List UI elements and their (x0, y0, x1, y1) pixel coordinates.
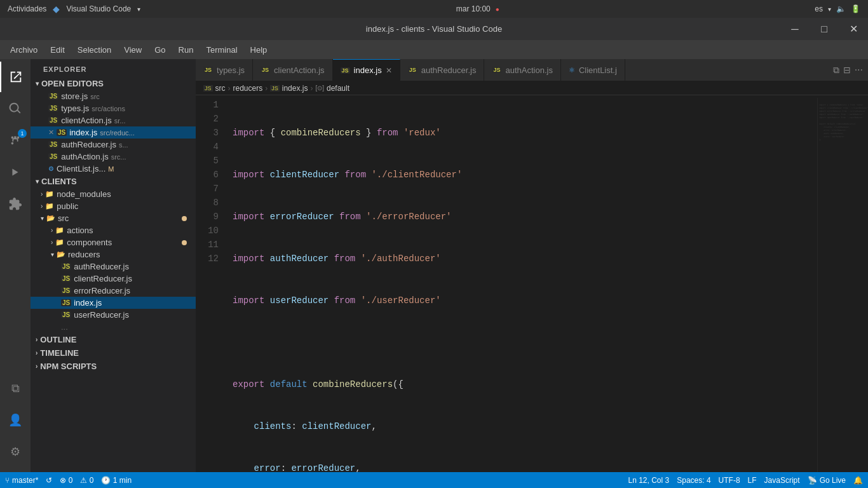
live-share-status[interactable]: 📡 Go Live (808, 476, 846, 485)
code-lines[interactable]: import { combineReducers } from 'redux' … (226, 98, 817, 472)
open-editor-authaction[interactable]: JS authAction.js src... (31, 151, 196, 163)
sync-icon: ↺ (46, 476, 52, 485)
actions-folder[interactable]: › 📁 actions (31, 224, 196, 236)
close-file-icon[interactable]: ✕ (48, 128, 54, 137)
folder-chevron: ▾ (41, 215, 44, 222)
line-num-11: 11 (196, 238, 219, 252)
folder-name: node_modules (57, 189, 111, 199)
code-line-2: import clientReducer from './clientReduc… (233, 168, 817, 182)
outline-section[interactable]: › OUTLINE (31, 333, 196, 346)
file-name: authReducer.js (74, 262, 129, 271)
settings-activity-icon[interactable]: ⚙ (0, 437, 31, 467)
clients-section[interactable]: ▾ CLIENTS (31, 175, 196, 188)
open-editor-clientlist[interactable]: ⚙ ClientList.js... M (31, 163, 196, 175)
notification-status[interactable]: 🔔 (853, 476, 863, 485)
public-folder[interactable]: › 📁 public (31, 200, 196, 212)
reducers-folder[interactable]: ▾ 📂 reducers (31, 248, 196, 261)
accounts-icon[interactable]: 👤 (0, 405, 31, 435)
components-folder[interactable]: › 📁 components (31, 236, 196, 248)
search-activity-icon[interactable] (0, 93, 31, 124)
menu-edit[interactable]: Edit (45, 43, 69, 57)
file-path: sr... (114, 117, 126, 125)
title-bar: index.js - clients - Visual Studio Code … (0, 18, 868, 40)
more-files[interactable]: ... (31, 321, 196, 333)
errors-status[interactable]: ⊗ 0 (60, 476, 72, 485)
tab-actions: ⧉ ⊟ ··· (828, 59, 868, 81)
activities-label[interactable]: Actividades (8, 4, 46, 13)
open-editors-chevron: ▾ (36, 80, 39, 87)
source-control-activity-icon[interactable]: 1 (0, 125, 31, 156)
menu-help[interactable]: Help (245, 43, 273, 57)
userreducer-file[interactable]: JS userReducer.js (31, 309, 196, 321)
breadcrumb-default[interactable]: default (327, 84, 349, 93)
toggle-panel-icon[interactable]: ⊟ (843, 65, 851, 75)
vscode-name: Visual Studio Code (66, 4, 131, 13)
open-editor-index[interactable]: ✕ JS index.js src/reduc... (31, 126, 196, 139)
split-editor-icon[interactable]: ⧉ (833, 65, 839, 76)
tab-index[interactable]: JS index.js ✕ (333, 59, 400, 81)
js-file-icon: JS (48, 141, 58, 148)
tab-clientlist[interactable]: ⚛ ClientList.j (561, 59, 625, 81)
file-path: src/reduc... (100, 129, 134, 137)
authreducer-file[interactable]: JS authReducer.js (31, 261, 196, 273)
tab-close-icon[interactable]: ✕ (386, 66, 392, 75)
menu-terminal[interactable]: Terminal (201, 43, 242, 57)
open-editor-types[interactable]: JS types.js src/actions (31, 102, 196, 114)
time-status[interactable]: 🕐 1 min (101, 476, 132, 485)
cursor-position-status[interactable]: Ln 12, Col 3 (628, 476, 670, 485)
open-editors-section[interactable]: ▾ OPEN EDITORS (31, 77, 196, 90)
tab-clientaction[interactable]: JS clientAction.js (253, 59, 333, 81)
explorer-activity-icon[interactable] (0, 62, 31, 92)
dropdown-icon: ▾ (137, 6, 140, 13)
npm-scripts-section[interactable]: › NPM SCRIPTS (31, 360, 196, 373)
encoding-status[interactable]: UTF-8 (719, 476, 740, 485)
js-tab-icon: JS (408, 67, 417, 73)
menu-file[interactable]: Archivo (5, 43, 43, 57)
menu-selection[interactable]: Selection (72, 43, 116, 57)
system-bar-center: mar 10:00 ● (456, 4, 499, 13)
src-folder[interactable]: ▾ 📂 src (31, 212, 196, 224)
close-button[interactable]: ✕ (839, 18, 868, 40)
system-bar: Actividades ◆ Visual Studio Code ▾ mar 1… (0, 0, 868, 18)
breadcrumb-reducers[interactable]: reducers (233, 84, 263, 93)
line-ending-status[interactable]: LF (748, 476, 757, 485)
file-path: s... (119, 141, 128, 149)
tab-label: authAction.js (505, 65, 552, 75)
line-num-10: 10 (196, 224, 219, 238)
open-editor-store[interactable]: JS store.js src (31, 90, 196, 102)
remote-icon[interactable]: ⧉ (0, 373, 31, 403)
breadcrumb-src[interactable]: src (215, 84, 226, 93)
more-actions-icon[interactable]: ··· (855, 64, 863, 76)
tab-types[interactable]: JS types.js (196, 59, 253, 81)
maximize-button[interactable]: □ (810, 18, 839, 40)
open-editor-authreducer[interactable]: JS authReducer.js s... (31, 139, 196, 151)
timeline-chevron: › (36, 349, 37, 356)
clientreducer-file[interactable]: JS clientReducer.js (31, 273, 196, 285)
menu-go[interactable]: Go (149, 43, 170, 57)
warnings-status[interactable]: ⚠ 0 (80, 476, 93, 485)
menu-view[interactable]: View (119, 43, 147, 57)
activity-bar-bottom: ⧉ 👤 ⚙ (0, 373, 31, 472)
extensions-activity-icon[interactable] (0, 189, 31, 219)
git-branch-icon: ⑂ (5, 476, 10, 485)
run-activity-icon[interactable] (0, 157, 31, 187)
status-bar: ⑂ master* ↺ ⊗ 0 ⚠ 0 🕐 1 min Ln 12, Col 3… (0, 472, 868, 488)
node-modules-folder[interactable]: › 📁 node_modules (31, 188, 196, 200)
index-reducer-file[interactable]: JS index.js (31, 297, 196, 309)
clients-chevron: ▾ (36, 178, 39, 185)
sync-status[interactable]: ↺ (46, 476, 52, 485)
minimize-button[interactable]: ─ (780, 18, 810, 40)
language-status[interactable]: JavaScript (764, 476, 800, 485)
timeline-section[interactable]: › TIMELINE (31, 346, 196, 360)
menu-run[interactable]: Run (173, 43, 199, 57)
open-editor-clientaction[interactable]: JS clientAction.js sr... (31, 114, 196, 126)
tab-authaction[interactable]: JS authAction.js (484, 59, 560, 81)
spaces-status[interactable]: Spaces: 4 (677, 476, 710, 485)
tab-authreducer[interactable]: JS authReducer.js (400, 59, 485, 81)
folder-icon: 📁 (45, 190, 54, 198)
breadcrumb-indexjs[interactable]: index.js (282, 84, 308, 93)
git-branch-status[interactable]: ⑂ master* (5, 476, 38, 485)
errorreducer-file[interactable]: JS errorReducer.js (31, 285, 196, 297)
open-editors-label: OPEN EDITORS (41, 79, 104, 88)
lang-dropdown: ▾ (828, 6, 831, 13)
